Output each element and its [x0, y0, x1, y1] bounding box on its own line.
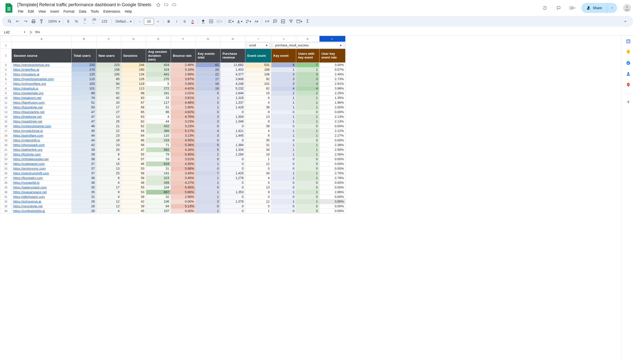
cell[interactable]: 190 — [121, 67, 146, 72]
row-header[interactable]: 23 — [0, 157, 12, 162]
cell[interactable]: 424 — [146, 62, 171, 67]
cell[interactable]: 3.00% — [319, 62, 346, 67]
cell[interactable]: 62 — [121, 119, 146, 124]
cell[interactable]: 618 — [146, 162, 171, 166]
cell[interactable] — [146, 42, 171, 49]
cell[interactable]: 318 — [146, 138, 171, 142]
cell[interactable]: 61 — [196, 62, 221, 67]
cell[interactable]: 0 — [296, 157, 319, 162]
cell[interactable]: 4 — [296, 86, 319, 91]
cell[interactable]: 0 — [296, 204, 319, 208]
cell[interactable]: 62 — [97, 91, 121, 96]
strikethrough-icon[interactable]: S — [181, 18, 188, 25]
row-header[interactable]: 19 — [0, 138, 12, 142]
history-icon[interactable] — [540, 3, 550, 13]
text-rotation-icon[interactable]: A▾ — [253, 18, 260, 25]
cell[interactable]: 2.40% — [319, 72, 346, 76]
percent-icon[interactable]: % — [73, 18, 80, 25]
row-header[interactable]: 31 — [0, 194, 12, 199]
row-header[interactable]: 27 — [0, 176, 12, 180]
cell[interactable]: 5 — [196, 147, 221, 152]
menu-view[interactable]: View — [37, 8, 48, 14]
cell[interactable] — [72, 42, 97, 49]
cell[interactable]: 1 — [196, 190, 221, 194]
insert-chart-icon[interactable] — [279, 18, 287, 25]
cell[interactable]: 3.23% — [171, 119, 196, 124]
currency-icon[interactable]: $ — [65, 18, 72, 25]
session-source-link[interactable]: https://echoverse.ai — [12, 199, 72, 204]
cell[interactable]: 2.90% — [171, 105, 196, 110]
fill-color-icon[interactable] — [199, 18, 207, 25]
menu-edit[interactable]: Edit — [26, 8, 36, 14]
cell[interactable]: 3.23% — [171, 124, 196, 128]
cell[interactable]: 0 — [271, 204, 296, 208]
cell[interactable]: 1 — [271, 105, 296, 110]
cell[interactable]: 44 — [72, 138, 97, 142]
table-header-G[interactable]: Key events total — [196, 49, 221, 63]
cell[interactable]: 0.00% — [319, 194, 346, 199]
cell[interactable]: 1,276 — [221, 176, 245, 180]
row-header[interactable]: 22 — [0, 152, 12, 157]
row-header[interactable]: 21 — [0, 147, 12, 152]
session-source-link[interactable]: https://hyperloopmarket.com — [12, 76, 72, 81]
cell[interactable] — [221, 42, 245, 49]
search-menus-icon[interactable] — [6, 18, 14, 25]
cell[interactable]: 3.36% — [171, 81, 196, 86]
cell[interactable]: 3 — [196, 133, 221, 138]
cell[interactable]: 12 — [245, 199, 271, 204]
cell[interactable]: 37 — [72, 171, 97, 176]
cell[interactable]: 101 — [245, 81, 271, 86]
cell[interactable]: 1,304 — [221, 114, 245, 119]
cell[interactable]: 47 — [72, 119, 97, 124]
menu-extensions[interactable]: Extensions — [101, 8, 122, 14]
cell[interactable]: 0.00% — [319, 110, 346, 114]
document-title[interactable]: [Template] Referral traffic performance … — [16, 2, 153, 8]
cell[interactable]: 13 — [245, 114, 271, 119]
cell[interactable]: 63 — [121, 114, 146, 119]
cell[interactable]: 0 — [196, 166, 221, 171]
cell[interactable]: 110 — [72, 76, 97, 81]
cell[interactable]: 3 — [296, 72, 319, 76]
cell[interactable]: 12 — [97, 199, 121, 204]
cell[interactable]: 96 — [146, 110, 171, 114]
cell[interactable]: 47 — [121, 147, 146, 152]
cell[interactable]: 39 — [121, 204, 146, 208]
cell[interactable]: 15 — [245, 91, 271, 96]
cell[interactable]: 4 — [245, 128, 271, 133]
cell[interactable]: 1 — [296, 114, 319, 119]
more-formats-icon[interactable]: 123 — [99, 18, 110, 25]
cell[interactable]: 77 — [97, 86, 121, 91]
name-box[interactable] — [2, 30, 22, 35]
cell[interactable]: 3 — [296, 81, 319, 86]
cell[interactable]: 48 — [121, 180, 146, 185]
cell[interactable]: 1 — [271, 96, 296, 100]
cell[interactable]: 0 — [296, 185, 319, 190]
cell[interactable]: 35 — [245, 138, 271, 142]
row-header[interactable]: 17 — [0, 128, 12, 133]
cell[interactable]: 42 — [97, 96, 121, 100]
cell[interactable]: 9 — [97, 190, 121, 194]
table-header-C[interactable]: New users — [97, 49, 121, 63]
row-header[interactable]: 13 — [0, 110, 12, 114]
cell[interactable]: 0 — [221, 110, 245, 114]
cell[interactable]: 1 — [271, 176, 296, 180]
cell[interactable]: 21 — [97, 124, 121, 128]
session-source-link[interactable]: https://spectrumshift.com — [12, 171, 72, 176]
cell[interactable]: 2.78% — [319, 176, 346, 180]
cell[interactable]: 4.48% — [171, 100, 196, 105]
cell[interactable]: 7 — [196, 171, 221, 176]
cell[interactable]: 0.57% — [319, 67, 346, 72]
cell[interactable]: 44 — [72, 133, 97, 138]
cell[interactable]: 1,337 — [221, 100, 245, 105]
table-header-K[interactable]: Users with key event — [296, 49, 319, 63]
cell[interactable]: 1 — [296, 152, 319, 157]
cell[interactable]: 31 — [245, 142, 271, 147]
cell[interactable]: 110 — [146, 133, 171, 138]
cell[interactable]: 39 — [72, 152, 97, 157]
cell[interactable]: 3.45% — [171, 171, 196, 176]
cell[interactable]: 1 — [196, 208, 221, 213]
session-source-link[interactable]: https://vortexstreamer.com — [12, 124, 72, 128]
sheets-logo[interactable] — [4, 3, 14, 13]
cell[interactable]: 324 — [146, 67, 171, 72]
cell[interactable]: 1 — [271, 199, 296, 204]
